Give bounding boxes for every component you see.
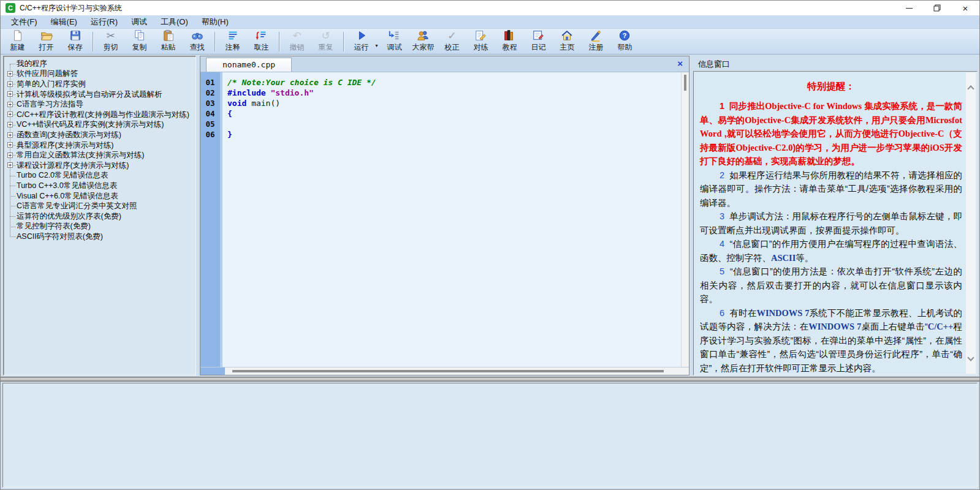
toolbar-button-paste[interactable]: 粘贴 xyxy=(154,29,183,54)
line-number[interactable]: 06 xyxy=(200,130,220,140)
toolbar-button-save[interactable]: 保存 xyxy=(61,29,89,54)
restore-button[interactable] xyxy=(923,1,951,15)
tree-item[interactable]: +简单的入门程序实例 xyxy=(6,79,194,89)
bottom-splitter[interactable] xyxy=(1,377,979,382)
expand-plus-icon[interactable]: + xyxy=(7,142,13,148)
tree-item[interactable]: Turbo C++3.0常见错误信息表 xyxy=(6,181,194,191)
line-number[interactable]: 04 xyxy=(200,109,220,119)
toolbar-button-uncomment[interactable]: 取注 xyxy=(247,29,276,54)
line-number[interactable]: 02 xyxy=(200,88,220,99)
tree-item[interactable]: +函数查询(支持函数演示与对练) xyxy=(6,130,194,140)
tree-item-label: Visual C++6.0常见错误信息表 xyxy=(17,191,118,202)
code-line[interactable]: { xyxy=(227,109,681,119)
line-number-gutter[interactable]: 010203040506 xyxy=(200,72,222,367)
toolbar-button-run[interactable]: 运行 xyxy=(347,29,376,54)
menu-item[interactable]: 帮助(H) xyxy=(195,16,235,28)
code-line[interactable]: void main() xyxy=(227,99,681,109)
tree-item[interactable]: 运算符的优先级别次序表(免费) xyxy=(6,211,194,222)
tree-item[interactable]: +课程设计源程序(支持演示与对练) xyxy=(6,160,194,171)
toolbar-button-check[interactable]: ✓校正 xyxy=(438,29,466,54)
latin-text: Objective-C xyxy=(898,129,944,138)
code-line[interactable] xyxy=(227,119,681,130)
toolbar-button-diary[interactable]: 日记 xyxy=(524,29,553,54)
code-line[interactable]: #include "stdio.h" xyxy=(227,88,681,99)
sidebar-tree-panel: 我的程序+软件应用问题解答+简单的入门程序实例+计算机等级模拟考试与自动评分及试… xyxy=(3,56,196,375)
scroll-track[interactable] xyxy=(225,368,689,375)
toolbar-button-register[interactable]: 注册 xyxy=(582,29,610,54)
tree-item[interactable]: +VC++错误代码及程序实例(支持演示与对练) xyxy=(6,120,194,130)
tree-item[interactable]: 我的程序 xyxy=(6,59,194,69)
tree-item[interactable]: +典型源程序(支持演示与对练) xyxy=(6,140,194,151)
toolbar-button-home[interactable]: 主页 xyxy=(553,29,582,54)
close-button[interactable]: × xyxy=(951,1,979,15)
expand-plus-icon[interactable]: + xyxy=(7,162,13,168)
toolbar-button-tutorial[interactable]: 教程 xyxy=(495,29,524,54)
editor-horizontal-scrollbar[interactable] xyxy=(200,367,689,375)
expand-plus-icon[interactable]: + xyxy=(7,71,13,77)
info-vertical-scrollbar[interactable] xyxy=(966,73,976,374)
tree-item-label: C/C++程序设计教程(支持例题与作业题演示与对练) xyxy=(17,110,189,120)
tutorial-icon xyxy=(503,29,516,42)
tree-item[interactable]: Visual C++6.0常见错误信息表 xyxy=(6,191,194,202)
tab-noname0[interactable]: noname0.cpp xyxy=(206,58,292,72)
run-dropdown-icon[interactable]: ▼ xyxy=(374,43,379,48)
paragraph-number: 3 xyxy=(720,211,724,221)
toolbar-button-copy[interactable]: 复制 xyxy=(125,29,154,54)
toolbar-button-open-folder[interactable]: 打开 xyxy=(32,29,61,54)
menu-item[interactable]: 运行(R) xyxy=(84,16,124,28)
tree-item[interactable]: +C语言学习方法指导 xyxy=(6,99,194,110)
menu-item[interactable]: 文件(F) xyxy=(4,16,44,28)
line-number[interactable]: 03 xyxy=(200,99,220,109)
expand-plus-icon[interactable]: + xyxy=(7,111,13,117)
toolbar-button-debug[interactable]: 调试 xyxy=(380,29,409,54)
tree-item-label: 运算符的优先级别次序表(免费) xyxy=(17,211,121,222)
code-line[interactable]: } xyxy=(227,130,681,140)
expand-plus-icon[interactable]: + xyxy=(7,81,13,87)
info-paragraph: 5 “信息窗口”的使用方法是：依次单击打开“软件系统”左边的相关内容，然后双击要… xyxy=(700,265,962,306)
scroll-thumb[interactable] xyxy=(684,75,686,91)
toolbar-button-find[interactable]: 查找 xyxy=(183,29,211,54)
tree-item[interactable]: +C/C++程序设计教程(支持例题与作业题演示与对练) xyxy=(6,110,194,120)
tree-item[interactable]: ASCII码字符对照表(免费) xyxy=(6,232,194,242)
tree-item[interactable]: +软件应用问题解答 xyxy=(6,69,194,80)
open-folder-icon xyxy=(40,29,53,42)
code-area[interactable]: 010203040506 /* Note:Your choice is C ID… xyxy=(200,72,689,367)
menu-item[interactable]: 工具(O) xyxy=(154,16,195,28)
tree-item[interactable]: +常用自定义函数算法(支持演示与对练) xyxy=(6,150,194,160)
expand-plus-icon[interactable]: + xyxy=(7,132,13,138)
code-line[interactable]: /* Note:Your choice is C IDE */ xyxy=(227,78,681,88)
expand-plus-icon[interactable]: + xyxy=(7,102,13,107)
scroll-up-icon[interactable] xyxy=(967,85,974,92)
editor-vertical-scrollbar[interactable] xyxy=(681,72,689,367)
menu-item[interactable]: 编辑(E) xyxy=(44,16,84,28)
scroll-thumb[interactable] xyxy=(232,370,664,372)
svg-text:?: ? xyxy=(623,32,627,39)
line-number[interactable]: 01 xyxy=(200,78,220,88)
toolbar-button-comment[interactable]: 注释 xyxy=(218,29,247,54)
line-number[interactable]: 05 xyxy=(200,119,220,130)
menu-item[interactable]: 调试 xyxy=(124,16,154,28)
minimize-button[interactable] xyxy=(895,1,923,15)
code-text[interactable]: /* Note:Your choice is C IDE */#include … xyxy=(222,72,681,367)
toolbar-button-label: 主页 xyxy=(560,43,574,51)
expand-plus-icon[interactable]: + xyxy=(7,153,13,158)
close-icon[interactable]: × xyxy=(677,59,683,68)
tree-item-label: Turbo C2.0常见错误信息表 xyxy=(17,170,108,181)
expand-plus-icon[interactable]: + xyxy=(7,122,13,127)
tree-item-label: 课程设计源程序(支持演示与对练) xyxy=(17,160,129,171)
scroll-down-icon[interactable] xyxy=(967,354,974,361)
expand-plus-icon[interactable]: + xyxy=(7,91,13,97)
tree-item[interactable]: C语言常见专业词汇分类中英文对照 xyxy=(6,201,194,211)
toolbar-button-people[interactable]: 大家帮 xyxy=(409,29,438,54)
tree-item[interactable]: +计算机等级模拟考试与自动评分及试题解析 xyxy=(6,89,194,100)
latin-text: WINDOWS 7 xyxy=(808,322,861,331)
toolbar-button-help[interactable]: ?帮助 xyxy=(610,29,639,54)
toolbar-button-practice[interactable]: 对练 xyxy=(466,29,495,54)
toolbar-button-new-file[interactable]: 新建 xyxy=(3,29,32,54)
toolbar-button-cut[interactable]: ✂剪切 xyxy=(96,29,125,54)
debug-icon xyxy=(387,29,401,42)
tree-item[interactable]: Turbo C2.0常见错误信息表 xyxy=(6,171,194,181)
redo-icon: ↺ xyxy=(319,29,333,42)
tree-item[interactable]: 常见控制字符表(免费) xyxy=(6,222,194,232)
gutter-stub xyxy=(200,368,225,375)
